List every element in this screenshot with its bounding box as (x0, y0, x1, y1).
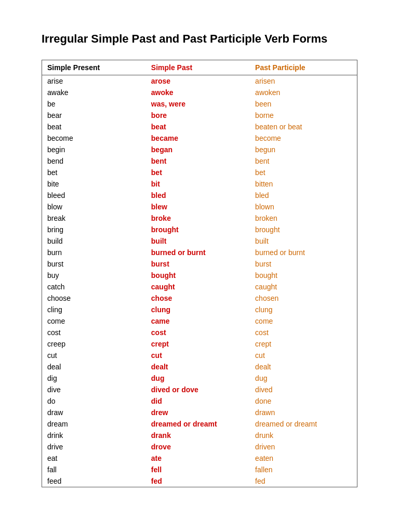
table-row: bearboreborne (42, 110, 357, 121)
cell-participle: drunk (250, 430, 357, 441)
cell-past: dug (146, 373, 250, 384)
cell-present: bend (42, 155, 146, 167)
cell-participle: cut (250, 350, 357, 361)
cell-present: buy (42, 270, 146, 281)
table-row: betbetbet (42, 167, 357, 178)
cell-participle: burst (250, 258, 357, 270)
table-row: buyboughtbought (42, 270, 357, 281)
cell-past: bore (146, 110, 250, 121)
table-row: breakbrokebroken (42, 212, 357, 224)
cell-present: burst (42, 258, 146, 270)
cell-participle: bought (250, 270, 357, 281)
cell-present: choose (42, 292, 146, 304)
cell-present: deal (42, 361, 146, 373)
cell-past: broke (146, 212, 250, 224)
cell-present: beat (42, 121, 146, 132)
table-row: dreamdreamed or dreamtdreamed or dreamt (42, 418, 357, 430)
cell-present: eat (42, 453, 146, 464)
cell-participle: fed (250, 475, 357, 487)
cell-past: dived or dove (146, 384, 250, 395)
table-row: buildbuiltbuilt (42, 235, 357, 247)
table-row: drivedrovedriven (42, 441, 357, 453)
cell-participle: done (250, 395, 357, 407)
table-row: eatateeaten (42, 453, 357, 464)
cell-participle: bent (250, 155, 357, 167)
table-row: drinkdrankdrunk (42, 430, 357, 441)
cell-past: caught (146, 281, 250, 292)
table-row: dodiddone (42, 395, 357, 407)
cell-participle: burned or burnt (250, 247, 357, 258)
cell-present: burn (42, 247, 146, 258)
cell-present: bear (42, 110, 146, 121)
cell-participle: drawn (250, 407, 357, 418)
cell-present: dream (42, 418, 146, 430)
table-row: drawdrewdrawn (42, 407, 357, 418)
cell-past: bought (146, 270, 250, 281)
cell-participle: dug (250, 373, 357, 384)
cell-past: dreamed or dreamt (146, 418, 250, 430)
cell-present: dig (42, 373, 146, 384)
cell-participle: come (250, 315, 357, 327)
cell-present: do (42, 395, 146, 407)
header-participle: Past Participle (250, 60, 357, 75)
cell-participle: caught (250, 281, 357, 292)
cell-present: awake (42, 87, 146, 98)
cell-present: feed (42, 475, 146, 487)
table-row: blowblewblown (42, 201, 357, 212)
cell-participle: begun (250, 144, 357, 155)
cell-past: awoke (146, 87, 250, 98)
cell-participle: clung (250, 304, 357, 315)
table-row: cutcutcut (42, 350, 357, 361)
cell-present: build (42, 235, 146, 247)
cell-past: arose (146, 75, 250, 87)
cell-present: draw (42, 407, 146, 418)
cell-present: dive (42, 384, 146, 395)
cell-participle: bitten (250, 178, 357, 190)
cell-present: break (42, 212, 146, 224)
cell-present: drive (42, 441, 146, 453)
cell-present: cling (42, 304, 146, 315)
cell-present: bring (42, 224, 146, 235)
cell-present: bleed (42, 190, 146, 201)
header-present: Simple Present (42, 60, 146, 75)
cell-participle: awoken (250, 87, 357, 98)
table-row: bitebitbitten (42, 178, 357, 190)
table-row: costcostcost (42, 327, 357, 338)
cell-participle: cost (250, 327, 357, 338)
cell-participle: brought (250, 224, 357, 235)
cell-participle: dealt (250, 361, 357, 373)
cell-participle: driven (250, 441, 357, 453)
cell-participle: borne (250, 110, 357, 121)
cell-past: beat (146, 121, 250, 132)
table-row: feedfedfed (42, 475, 357, 487)
cell-past: dealt (146, 361, 250, 373)
cell-past: began (146, 144, 250, 155)
cell-past: clung (146, 304, 250, 315)
table-row: burnburned or burntburned or burnt (42, 247, 357, 258)
verb-table: Simple Present Simple Past Past Particip… (42, 60, 357, 487)
cell-participle: built (250, 235, 357, 247)
table-row: becomebecamebecome (42, 132, 357, 144)
table-row: clingclungclung (42, 304, 357, 315)
cell-past: crept (146, 338, 250, 350)
cell-present: cut (42, 350, 146, 361)
table-row: bleedbledbled (42, 190, 357, 201)
cell-participle: blown (250, 201, 357, 212)
cell-past: fell (146, 464, 250, 475)
cell-past: became (146, 132, 250, 144)
cell-participle: arisen (250, 75, 357, 87)
cell-present: come (42, 315, 146, 327)
cell-participle: dreamed or dreamt (250, 418, 357, 430)
cell-past: cut (146, 350, 250, 361)
cell-participle: bled (250, 190, 357, 201)
header-past: Simple Past (146, 60, 250, 75)
cell-past: came (146, 315, 250, 327)
cell-past: drank (146, 430, 250, 441)
table-row: creepcreptcrept (42, 338, 357, 350)
table-row: fallfellfallen (42, 464, 357, 475)
table-row: choosechosechosen (42, 292, 357, 304)
cell-participle: broken (250, 212, 357, 224)
table-row: awakeawokeawoken (42, 87, 357, 98)
cell-past: drove (146, 441, 250, 453)
cell-participle: fallen (250, 464, 357, 475)
